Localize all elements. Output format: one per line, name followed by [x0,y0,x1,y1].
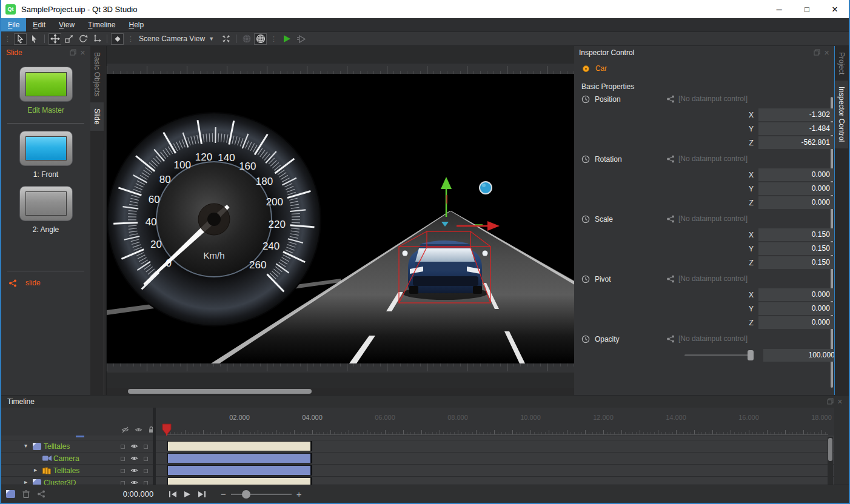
visibility-toggle[interactable] [130,443,138,449]
shaded-mode-button[interactable] [240,33,253,45]
menu-help[interactable]: Help [122,18,150,31]
play-button[interactable] [184,491,191,498]
timeline-row-telltales[interactable]: ▸Telltales [1,465,153,477]
scale-y-field[interactable]: 0.150 [758,242,834,255]
datainput-icon[interactable] [37,490,45,498]
lock-toggle[interactable] [144,469,148,473]
camera-view-select[interactable]: Scene Camera View [139,35,205,43]
timeline-row-telltales[interactable]: ▾Telltales [1,440,153,453]
datainput-link-icon[interactable] [666,275,675,283]
slide-datainput-label[interactable]: slide [25,279,41,287]
scrollbar-handle[interactable] [828,438,832,461]
preview-play-button[interactable] [284,35,290,42]
3d-view-canvas[interactable]: 020406080100120140160180200220240260 Km/… [107,74,574,363]
shy-toggle[interactable] [121,469,125,473]
slide-thumbnail[interactable] [19,186,73,221]
time-bar[interactable] [167,465,312,476]
tab-slide[interactable]: Slide [90,102,104,131]
menu-edit[interactable]: Edit [26,18,52,31]
expand-arrow-icon[interactable]: ▸ [34,466,37,473]
slide-thumbnail[interactable] [19,131,73,166]
keyframe-clock-icon[interactable] [581,215,590,224]
autoset-keyframes-button[interactable] [111,33,124,45]
menu-file[interactable]: File [1,18,26,31]
close-panel-icon[interactable]: ✕ [824,49,829,57]
keyframe-clock-icon[interactable] [581,275,590,284]
playhead-handle[interactable] [162,423,172,436]
opacity-field[interactable]: 100.000 [763,349,838,362]
group-select-tool-button[interactable] [28,33,41,45]
timeline-zoom-slider[interactable] [231,494,292,495]
close-panel-icon[interactable]: ✕ [80,49,85,57]
close-panel-icon[interactable]: ✕ [837,398,843,406]
chevron-down-icon[interactable]: ▼ [209,36,214,42]
visibility-toggle[interactable] [130,467,138,474]
shy-toggle[interactable] [121,457,125,461]
scrollbar-handle[interactable] [128,389,312,394]
scale-z-field[interactable]: 0.150 [758,256,834,269]
time-bar[interactable] [167,441,312,451]
fit-selected-button[interactable] [219,33,232,45]
time-bar[interactable] [167,453,312,463]
datainput-link-icon[interactable] [666,335,675,343]
wireframe-mode-button[interactable] [254,33,267,45]
collapse-arrow-icon[interactable]: ▾ [24,442,27,449]
menu-timeline[interactable]: Timeline [81,18,122,31]
slider-handle[interactable] [748,350,754,360]
zoom-out-button[interactable]: − [221,489,226,499]
keyframe-clock-icon[interactable] [581,95,590,104]
pivot-z-field[interactable]: 0.000 [758,316,834,329]
position-x-field[interactable]: -1.302 [758,108,834,121]
select-tool-button[interactable] [14,33,27,45]
menu-view[interactable]: View [52,18,81,31]
slide-edit-master[interactable]: Edit Master [1,67,90,114]
datainput-link-icon[interactable] [666,215,675,223]
rotation-y-field[interactable]: 0.000 [758,182,834,195]
move-tool-button[interactable] [49,33,61,45]
pivot-x-field[interactable]: 0.000 [758,288,834,301]
float-panel-icon[interactable] [814,49,820,56]
minimize-button[interactable]: ─ [765,0,793,18]
opacity-slider[interactable] [684,354,752,356]
datainput-icon[interactable] [8,279,17,287]
tab-inspector-control[interactable]: Inspector Control [835,81,848,148]
zoom-in-button[interactable]: + [296,489,302,499]
position-z-field[interactable]: -562.801 [758,136,834,149]
close-button[interactable]: ✕ [821,0,849,18]
timeline-ruler[interactable]: 02.00004.00006.00008.00010.00012.00014.0… [156,408,834,436]
tab-project[interactable]: Project [835,46,848,81]
slide-front[interactable]: 1: Front [1,131,90,179]
float-panel-icon[interactable] [827,398,834,405]
visibility-toggle-icon[interactable] [135,426,142,433]
slide-thumbnail[interactable] [19,67,73,102]
remote-preview-button[interactable] [295,33,308,45]
rotation-x-field[interactable]: 0.000 [758,168,834,181]
timeline-row-cluster3d[interactable]: ▸Cluster3D [1,477,153,485]
local-global-tool-button[interactable] [90,33,103,45]
timeline-vertical-scrollbar[interactable] [828,437,833,485]
skip-to-start-button[interactable] [169,491,177,498]
rotate-tool-button[interactable] [76,33,89,45]
tab-basic-objects[interactable]: Basic Objects [90,46,104,102]
keyframe-clock-icon[interactable] [581,335,590,343]
skip-to-end-button[interactable] [198,491,206,498]
delete-icon[interactable] [22,490,30,498]
slider-handle[interactable] [242,490,250,499]
rotation-z-field[interactable]: 0.000 [758,196,834,209]
keyframe-clock-icon[interactable] [581,155,590,164]
lock-toggle[interactable] [144,457,148,461]
shy-toggle-icon[interactable] [121,426,129,433]
position-y-field[interactable]: -1.484 [758,122,834,135]
shy-toggle[interactable] [121,445,125,449]
datainput-link-icon[interactable] [666,95,675,103]
viewport-horizontal-scrollbar[interactable] [107,388,574,395]
datainput-link-icon[interactable] [666,155,675,163]
scale-x-field[interactable]: 0.150 [758,228,834,241]
visibility-toggle[interactable] [130,455,138,462]
pivot-y-field[interactable]: 0.000 [758,302,834,315]
add-layer-icon[interactable] [6,490,15,498]
timeline-row-camera[interactable]: Camera [1,453,153,465]
scale-tool-button[interactable] [62,33,75,45]
slide-angle[interactable]: 2: Angle [1,186,90,234]
float-panel-icon[interactable] [70,49,76,56]
